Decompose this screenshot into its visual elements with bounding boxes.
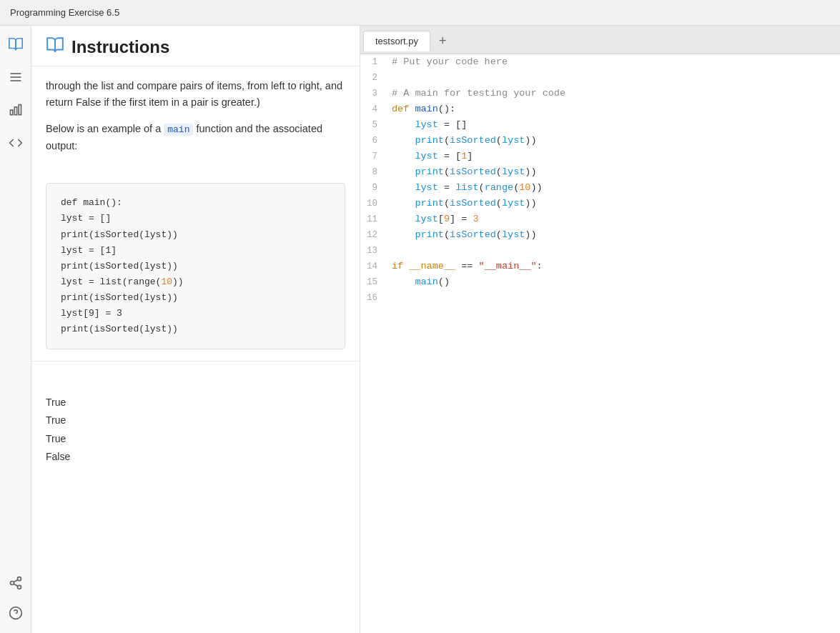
list-icon (9, 70, 23, 84)
title-text: Programming Exercise 6.5 (10, 7, 119, 18)
code-line-13: 13 (360, 243, 840, 259)
svg-rect-7 (14, 107, 16, 115)
svg-line-12 (14, 584, 18, 586)
output-line-2: True (46, 412, 345, 429)
sidebar-icon-share[interactable] (6, 573, 26, 593)
code-line-4: 4 def main(): (360, 101, 840, 117)
code-line-7: 7 lyst = [1] (360, 149, 840, 164)
tab-testsort[interactable]: testsort.py (363, 31, 430, 51)
code-icon (9, 136, 23, 150)
code-line-16: 16 (360, 290, 840, 306)
instructions-text2: Below is an example of a main function a… (46, 121, 345, 154)
instructions-code-section: def main(): lyst = [] print(isSorted(lys… (31, 176, 360, 361)
book-icon (8, 36, 24, 52)
sidebar-icon-list[interactable] (6, 67, 26, 87)
svg-rect-6 (10, 110, 12, 115)
chart-icon (9, 103, 23, 117)
code-line-5: 5 lyst = [] (360, 117, 840, 133)
sidebar-icon-book[interactable] (6, 34, 26, 54)
code-line-9: 9 lyst = list(range(10)) (360, 180, 840, 196)
code-line-2: 2 (360, 70, 840, 86)
code-line-12: 12 print(isSorted(lyst)) (360, 227, 840, 243)
instructions-title: Instructions (71, 37, 169, 57)
app-container: Programming Exercise 6.5 (0, 0, 840, 633)
code-line-8: 8 print(isSorted(lyst)) (360, 164, 840, 180)
editor-panel: testsort.py + 1 # Put your code here 2 3 (360, 26, 840, 633)
output-line-3: True (46, 430, 345, 448)
svg-point-11 (17, 585, 21, 589)
output-values: True True True False (31, 382, 360, 477)
main-area: Instructions through the list and compar… (0, 26, 840, 633)
code-line-1: 1 # Put your code here (360, 54, 840, 70)
sidebar (0, 26, 31, 633)
instructions-panel: Instructions through the list and compar… (31, 26, 360, 633)
output-line-4: False (46, 448, 345, 466)
sidebar-icon-chart[interactable] (6, 100, 26, 120)
code-line-14: 14 if __name__ == "__main__": (360, 259, 840, 274)
title-bar: Programming Exercise 6.5 (0, 0, 840, 26)
code-editor[interactable]: 1 # Put your code here 2 3 # A main for … (360, 54, 840, 633)
code-line-11: 11 lyst[9] = 3 (360, 211, 840, 227)
help-icon (9, 606, 23, 620)
sidebar-icon-code[interactable] (6, 133, 26, 153)
output-line-1: True (46, 394, 345, 412)
code-line-6: 6 print(isSorted(lyst)) (360, 133, 840, 149)
svg-point-9 (17, 577, 21, 581)
instructions-text1: through the list and compare pairs of it… (46, 78, 345, 111)
svg-rect-8 (19, 105, 21, 115)
code-line-3: 3 # A main for testing your code (360, 86, 840, 101)
header-book-icon (46, 36, 64, 59)
sidebar-bottom (6, 573, 26, 633)
code-line-15: 15 main() (360, 274, 840, 290)
svg-point-10 (10, 582, 14, 585)
add-tab-button[interactable]: + (432, 31, 454, 51)
example-code-block: def main(): lyst = [] print(isSorted(lys… (46, 183, 345, 349)
sidebar-icon-help[interactable] (6, 603, 26, 623)
editor-tabs: testsort.py + (360, 26, 840, 54)
instructions-header: Instructions (31, 26, 360, 66)
share-icon (9, 576, 23, 590)
code-line-10: 10 print(isSorted(lyst)) (360, 196, 840, 211)
instructions-body: through the list and compare pairs of it… (31, 66, 360, 176)
svg-line-13 (14, 579, 18, 582)
output-divider (31, 361, 360, 382)
main-keyword: main (164, 124, 193, 136)
